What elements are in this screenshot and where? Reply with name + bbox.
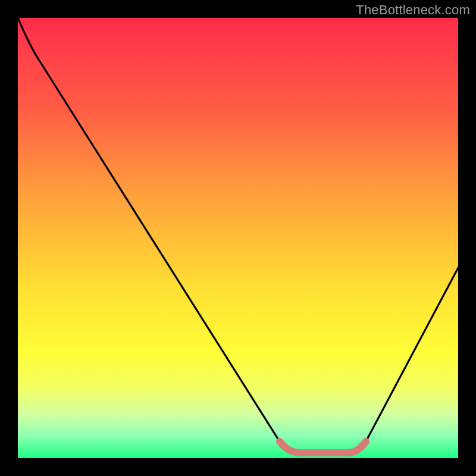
highlight-segment <box>280 441 366 453</box>
chart-frame: TheBottleneck.com <box>0 0 476 476</box>
plot-area <box>18 18 458 458</box>
curve-path <box>18 18 458 453</box>
bottleneck-curve <box>18 18 458 458</box>
watermark-label: TheBottleneck.com <box>356 2 470 18</box>
